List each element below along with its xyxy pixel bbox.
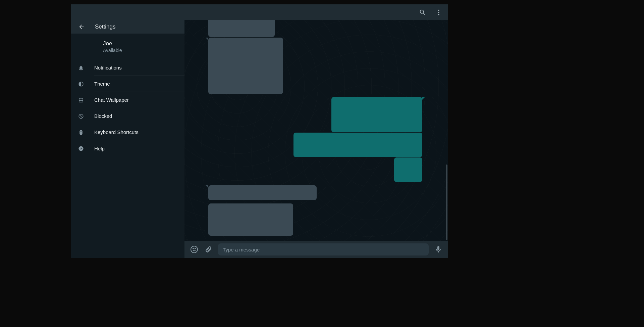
bell-icon bbox=[77, 64, 84, 71]
chat-body bbox=[184, 20, 448, 241]
svg-text:?: ? bbox=[80, 147, 82, 150]
sidebar-top-strip bbox=[71, 4, 184, 20]
settings-label: Chat Wallpaper bbox=[94, 97, 129, 103]
profile-name: Joe bbox=[103, 40, 184, 47]
svg-point-8 bbox=[438, 14, 439, 15]
settings-item-help[interactable]: ? Help bbox=[71, 140, 184, 156]
settings-label: Blocked bbox=[94, 113, 112, 119]
svg-point-9 bbox=[191, 246, 198, 253]
messages-layer bbox=[184, 20, 448, 241]
emoji-icon[interactable] bbox=[190, 245, 199, 254]
settings-item-theme[interactable]: Theme bbox=[71, 76, 184, 92]
menu-icon[interactable] bbox=[435, 8, 443, 16]
message-incoming[interactable] bbox=[208, 20, 275, 37]
svg-line-3 bbox=[79, 114, 83, 118]
message-outgoing[interactable] bbox=[331, 97, 422, 132]
search-icon[interactable] bbox=[419, 8, 427, 16]
settings-sidebar: Settings Joe Available Notifications The… bbox=[71, 4, 184, 258]
settings-label: Theme bbox=[94, 81, 110, 87]
chat-panel bbox=[184, 4, 448, 258]
settings-label: Help bbox=[94, 146, 105, 151]
message-outgoing[interactable] bbox=[293, 133, 422, 157]
settings-item-notifications[interactable]: Notifications bbox=[71, 60, 184, 76]
back-arrow-icon[interactable] bbox=[77, 23, 86, 31]
profile-block[interactable]: Joe Available bbox=[71, 34, 184, 60]
message-incoming[interactable] bbox=[208, 185, 317, 200]
svg-point-10 bbox=[193, 248, 194, 249]
app-window: Settings Joe Available Notifications The… bbox=[71, 4, 448, 258]
chat-header bbox=[184, 4, 448, 20]
composer bbox=[184, 241, 448, 258]
mic-icon[interactable] bbox=[434, 245, 443, 254]
profile-status: Available bbox=[103, 48, 184, 53]
message-input[interactable] bbox=[218, 243, 429, 255]
attachment-icon[interactable] bbox=[204, 245, 213, 254]
settings-label: Keyboard Shortcuts bbox=[94, 129, 139, 135]
keyboard-icon bbox=[77, 129, 84, 136]
blocked-icon bbox=[77, 113, 84, 120]
scrollbar[interactable] bbox=[446, 165, 447, 240]
message-incoming[interactable] bbox=[208, 38, 283, 94]
svg-point-6 bbox=[438, 9, 439, 11]
settings-item-keyboard[interactable]: Keyboard Shortcuts bbox=[71, 124, 184, 140]
settings-list: Notifications Theme Chat Wallpaper Block… bbox=[71, 60, 184, 156]
settings-header: Settings bbox=[71, 20, 184, 34]
settings-item-wallpaper[interactable]: Chat Wallpaper bbox=[71, 92, 184, 108]
message-outgoing[interactable] bbox=[394, 157, 422, 182]
svg-point-11 bbox=[195, 248, 196, 249]
wallpaper-icon bbox=[77, 97, 84, 103]
message-incoming[interactable] bbox=[208, 203, 293, 236]
settings-label: Notifications bbox=[94, 65, 122, 71]
theme-icon bbox=[77, 81, 84, 87]
help-icon: ? bbox=[77, 145, 84, 152]
settings-item-blocked[interactable]: Blocked bbox=[71, 108, 184, 124]
svg-point-7 bbox=[438, 12, 439, 13]
settings-title: Settings bbox=[95, 24, 115, 30]
